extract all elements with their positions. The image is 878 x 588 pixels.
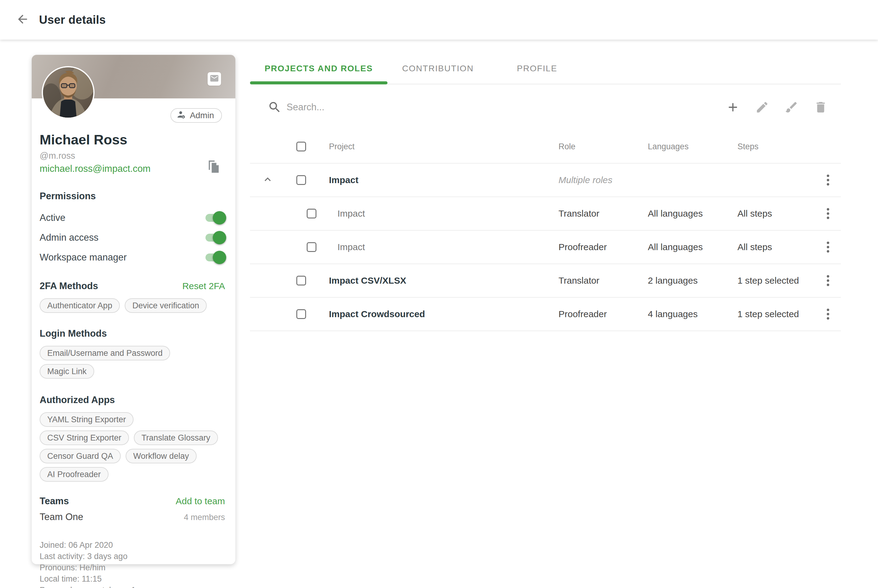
row-checkbox[interactable] (296, 309, 306, 319)
manage-accounts-icon (176, 110, 186, 122)
app-bar: User details (0, 0, 878, 40)
team-members-count: 4 members (184, 513, 225, 522)
project-name: Impact Crowdsourced (329, 309, 425, 319)
languages-value: 2 languages (648, 275, 698, 286)
languages-value: All languages (648, 208, 703, 219)
permission-toggle-row: Workspace manager (40, 248, 225, 267)
edit-button[interactable] (755, 100, 770, 114)
authorized-app-chips: YAML String Exporter CSV String Exporter… (40, 412, 225, 482)
column-header-role: Role (558, 142, 576, 152)
details-panel: PROJECTS AND ROLES CONTRIBUTION PROFILE (250, 53, 841, 331)
row-checkbox[interactable] (307, 242, 316, 252)
table-row[interactable]: Impact CSV/XLSX Translator 2 languages 1… (250, 264, 841, 298)
role-value: Proofreader (558, 242, 607, 252)
toggle-switch[interactable] (206, 232, 225, 243)
row-menu-button[interactable] (821, 173, 835, 187)
permission-label: Admin access (40, 232, 98, 243)
select-all-checkbox[interactable] (296, 142, 306, 152)
chip: Workflow delay (126, 449, 197, 464)
meta-line-local-time: Local time: 11:15 (40, 573, 225, 585)
project-name: Impact (337, 242, 365, 252)
role-value: Translator (558, 275, 599, 286)
meta-line-tokens: Personal access tokens: 1 (40, 585, 225, 588)
permission-label: Workspace manager (40, 252, 126, 263)
user-name: Michael Ross (40, 132, 225, 148)
chip: YAML String Exporter (40, 412, 134, 427)
row-checkbox[interactable] (296, 276, 306, 285)
role-value: Translator (558, 208, 599, 219)
reset-2fa-link[interactable]: Reset 2FA (182, 281, 225, 291)
table-row[interactable]: Impact Crowdsourced Proofreader 4 langua… (250, 298, 841, 331)
team-row: Team One 4 members (40, 512, 225, 522)
steps-value: 1 step selected (737, 275, 799, 286)
arrow-back-icon (16, 12, 29, 27)
steps-value: All steps (737, 242, 772, 252)
permissions-toggles: Active Admin access Workspace manager (40, 208, 225, 267)
add-to-team-link[interactable]: Add to team (176, 496, 225, 506)
permission-label: Active (40, 212, 65, 224)
row-checkbox[interactable] (307, 209, 316, 219)
row-checkbox[interactable] (296, 175, 306, 185)
admin-badge-label: Admin (190, 111, 214, 120)
meta-line-joined: Joined: 06 Apr 2020 (40, 540, 225, 551)
languages-value: 4 languages (648, 309, 698, 319)
table-row[interactable]: Impact Proofreader All languages All ste… (250, 231, 841, 264)
role-value: Proofreader (558, 309, 607, 319)
add-button[interactable] (726, 100, 740, 114)
twofa-title: 2FA Methods (40, 280, 98, 292)
permission-toggle-row: Admin access (40, 228, 225, 248)
projects-table: Project Role Languages Steps Impact Mult… (250, 130, 841, 331)
chip: Magic Link (40, 364, 94, 379)
copy-email-button[interactable] (207, 158, 221, 174)
row-menu-button[interactable] (821, 207, 835, 220)
row-menu-button[interactable] (821, 240, 835, 254)
row-menu-button[interactable] (821, 274, 835, 287)
table-toolbar (250, 84, 841, 130)
permission-toggle-row: Active (40, 208, 225, 228)
envelope-icon (209, 74, 219, 84)
chevron-up-icon (262, 173, 274, 187)
tab-bar: PROJECTS AND ROLES CONTRIBUTION PROFILE (250, 53, 841, 84)
chip: Translate Glossary (134, 430, 218, 445)
admin-role-badge: Admin (170, 108, 222, 123)
chip: CSV String Exporter (40, 430, 129, 445)
toggle-switch[interactable] (206, 212, 225, 224)
meta-line-last-activity: Last activity: 3 days ago (40, 551, 225, 562)
table-row[interactable]: Impact Translator All languages All step… (250, 197, 841, 231)
column-header-languages: Languages (648, 142, 689, 152)
tab-contribution[interactable]: CONTRIBUTION (388, 53, 489, 84)
chip: Authenticator App (40, 298, 120, 313)
user-email-link[interactable]: michael.ross@impact.com (40, 163, 150, 174)
column-header-steps: Steps (737, 142, 759, 152)
tab-projects-and-roles[interactable]: PROJECTS AND ROLES (250, 53, 388, 84)
brush-button[interactable] (784, 100, 799, 114)
chip: AI Proofreader (40, 467, 108, 482)
chip: Device verification (125, 298, 207, 313)
toggle-switch[interactable] (206, 252, 225, 263)
role-value: Multiple roles (558, 175, 612, 185)
team-name: Team One (40, 512, 83, 522)
delete-button[interactable] (813, 100, 828, 114)
user-meta-block: Joined: 06 Apr 2020 Last activity: 3 day… (40, 540, 225, 588)
teams-title: Teams (40, 496, 69, 507)
profile-card: Admin Michael Ross @m.ross michael.ross@… (32, 55, 235, 564)
languages-value: All languages (648, 242, 703, 252)
column-header-project: Project (329, 142, 355, 152)
steps-value: 1 step selected (737, 309, 799, 319)
login-method-chips: Email/Username and Password Magic Link (40, 346, 225, 379)
login-methods-title: Login Methods (40, 328, 225, 339)
project-name: Impact (337, 208, 365, 219)
steps-value: All steps (737, 208, 772, 219)
send-email-button[interactable] (207, 72, 221, 86)
permissions-title: Permissions (40, 191, 225, 202)
search-input[interactable] (287, 102, 622, 113)
twofa-chips: Authenticator App Device verification (40, 298, 225, 313)
meta-line-pronouns: Pronouns: He/him (40, 562, 225, 573)
back-button[interactable] (15, 12, 30, 27)
tab-profile[interactable]: PROFILE (489, 53, 586, 84)
table-row[interactable]: Impact Multiple roles (250, 164, 841, 197)
project-name: Impact CSV/XLSX (329, 275, 406, 286)
collapse-row-button[interactable] (261, 173, 274, 187)
table-header-row: Project Role Languages Steps (250, 130, 841, 164)
row-menu-button[interactable] (821, 308, 835, 321)
